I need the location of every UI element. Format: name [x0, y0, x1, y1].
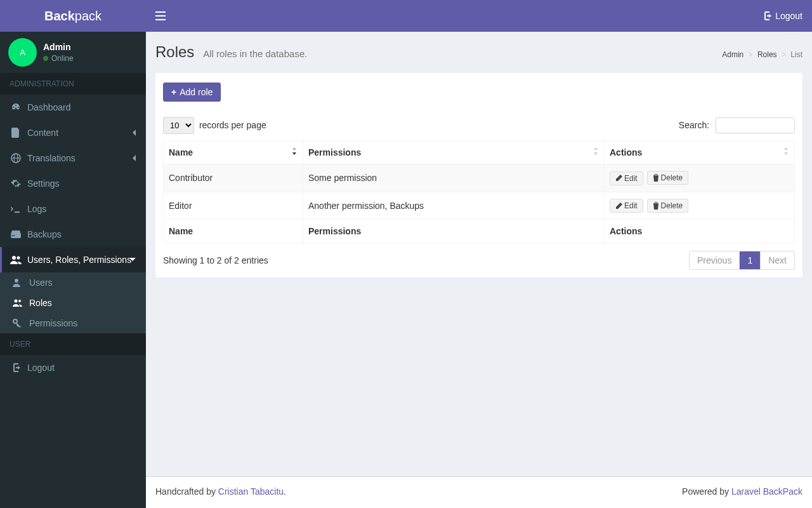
chevron-down-icon: [129, 257, 136, 262]
user-icon: [13, 278, 25, 287]
col-permissions[interactable]: Permissions: [303, 141, 605, 164]
edit-label: Edit: [624, 174, 638, 183]
edit-label: Edit: [624, 201, 638, 210]
users-icon: [10, 255, 22, 264]
user-status: Online: [43, 54, 74, 63]
box-body: 10 records per page Search: Name: [155, 109, 802, 277]
table-row: Editor Another permission, Backups Edit …: [164, 192, 795, 220]
add-role-label: Add role: [180, 87, 213, 97]
footer-powered: Powered by: [682, 486, 731, 497]
pagination: Previous 1 Next: [690, 251, 795, 270]
sidebar-label-backups: Backups: [27, 229, 62, 239]
breadcrumb-list: List: [790, 50, 802, 59]
breadcrumb-sep: >: [749, 50, 753, 59]
datatable-info: Showing 1 to 2 of 2 entries: [163, 255, 268, 265]
datatable-bottom: Showing 1 to 2 of 2 entries Previous 1 N…: [163, 251, 795, 270]
cell-permissions: Some permission: [303, 164, 605, 192]
page-prev[interactable]: Previous: [689, 251, 740, 270]
sidebar-label-users: Users: [29, 277, 53, 288]
sidebar-item-backups[interactable]: Backups: [0, 222, 146, 247]
search-control: Search:: [679, 117, 795, 133]
breadcrumb-roles[interactable]: Roles: [757, 50, 777, 59]
length-label: records per page: [199, 120, 266, 130]
sidebar-subitem-permissions[interactable]: Permissions: [0, 313, 146, 333]
avatar[interactable]: A: [8, 38, 37, 67]
svg-point-6: [15, 300, 18, 303]
svg-point-5: [15, 279, 18, 283]
sidebar-label-dashboard: Dashboard: [27, 102, 71, 112]
sidebar-section-admin: ADMINISTRATION: [0, 73, 146, 95]
sidebar-label-translations: Translations: [27, 153, 75, 163]
chevron-left-icon: [131, 154, 136, 162]
globe-icon: [10, 153, 22, 163]
edit-button[interactable]: Edit: [610, 199, 643, 213]
page-next[interactable]: Next: [760, 251, 795, 270]
add-role-button[interactable]: + Add role: [163, 83, 221, 102]
terminal-icon: [10, 205, 22, 213]
sidebar-item-translations[interactable]: Translations: [0, 145, 146, 171]
sidebar-item-urp[interactable]: Users, Roles, Permissions Users Roles Pe…: [0, 247, 146, 333]
page-title: Roles: [155, 43, 194, 60]
sidebar-submenu-urp: Users Roles Permissions: [0, 272, 146, 333]
top-header: Logout: [146, 0, 812, 32]
status-dot-icon: [43, 56, 48, 61]
trash-icon: [653, 202, 659, 210]
breadcrumb-sep: >: [782, 50, 786, 59]
sidebar-label-settings: Settings: [27, 178, 60, 189]
cell-actions: Edit Delete: [605, 164, 795, 192]
length-select[interactable]: 10: [163, 117, 194, 134]
brand-text: pack: [75, 9, 102, 23]
page-next-label: Next: [761, 251, 794, 269]
breadcrumb-admin[interactable]: Admin: [722, 50, 743, 59]
col-name-label: Name: [169, 147, 193, 157]
svg-rect-11: [155, 19, 166, 20]
col-name[interactable]: Name: [164, 141, 303, 164]
sidebar-item-dashboard[interactable]: Dashboard: [0, 95, 146, 120]
footer-right: Powered by Laravel BackPack: [682, 486, 802, 498]
cell-name: Contributor: [164, 164, 303, 192]
delete-button[interactable]: Delete: [647, 199, 689, 213]
edit-icon: [615, 203, 622, 210]
sidebar-menu-user: Logout: [0, 355, 146, 380]
footer: Handcrafted by Cristian Tabacitu. Powere…: [146, 476, 812, 508]
roles-table: Name Permissions Actions: [163, 140, 795, 243]
key-icon: [13, 319, 25, 328]
sidebar-item-logout[interactable]: Logout: [0, 355, 146, 380]
footer-handcrafted: Handcrafted by: [155, 486, 218, 497]
sort-asc-icon: [291, 147, 298, 155]
user-info: Admin Online: [43, 42, 74, 63]
sidebar-item-settings[interactable]: Settings: [0, 171, 146, 196]
box: + Add role 10 records per page Search:: [155, 73, 802, 277]
search-label: Search:: [679, 120, 709, 130]
cell-actions: Edit Delete: [605, 192, 795, 220]
sidebar-subitem-users[interactable]: Users: [0, 272, 146, 293]
foot-name: Name: [164, 220, 303, 243]
sidebar-label-roles: Roles: [29, 298, 52, 308]
sidebar-item-content[interactable]: Content: [0, 120, 146, 145]
delete-button[interactable]: Delete: [647, 171, 689, 185]
sidebar: Backpack A Admin Online ADMINISTRATION D…: [0, 0, 146, 508]
page-1[interactable]: 1: [739, 251, 761, 270]
logout-text: Logout: [775, 11, 802, 21]
sidebar-item-logs[interactable]: Logs: [0, 196, 146, 222]
sidebar-label-permissions: Permissions: [29, 318, 77, 328]
col-actions: Actions: [605, 141, 795, 164]
svg-rect-10: [155, 15, 166, 17]
sidebar-label-urp: Users, Roles, Permissions: [27, 255, 131, 265]
footer-author-link[interactable]: Cristian Tabacitu: [218, 486, 284, 497]
box-header: + Add role: [155, 75, 802, 109]
logout-link[interactable]: Logout: [762, 11, 802, 21]
table-footer-row: Name Permissions Actions: [164, 220, 795, 243]
footer-product-link[interactable]: Laravel BackPack: [731, 486, 802, 497]
sidebar-label-content: Content: [27, 128, 58, 138]
sidebar-subitem-roles[interactable]: Roles: [0, 293, 146, 313]
delete-label: Delete: [661, 173, 683, 182]
datatable-controls: 10 records per page Search:: [163, 117, 795, 134]
search-input[interactable]: [716, 117, 795, 133]
col-permissions-label: Permissions: [308, 147, 361, 157]
brand-bold: Back: [44, 9, 75, 23]
brand-logo[interactable]: Backpack: [0, 0, 146, 32]
edit-button[interactable]: Edit: [610, 171, 643, 185]
hamburger-icon[interactable]: [155, 11, 166, 20]
svg-rect-9: [155, 11, 166, 13]
